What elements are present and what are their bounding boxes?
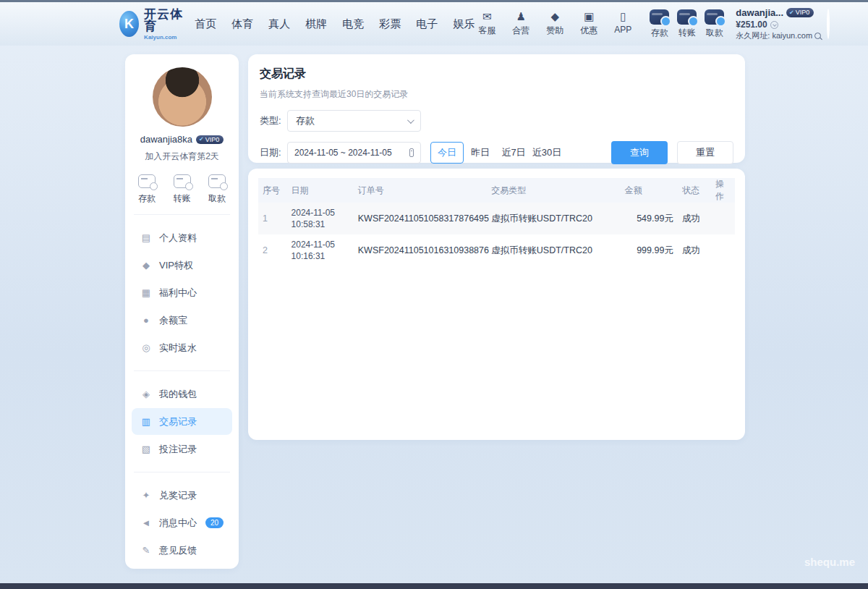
header-avatar[interactable] <box>827 9 830 39</box>
sidebar-menu-item[interactable]: ✎ 意见反馈 <box>132 537 232 564</box>
nav-item[interactable]: 电子 <box>416 17 438 31</box>
nav-item[interactable]: 首页 <box>195 17 216 31</box>
sidebar-menu-label: 兑奖记录 <box>159 489 197 502</box>
nav-item[interactable]: 娱乐 <box>453 17 475 31</box>
header-quick-item[interactable]: ▯ APP <box>610 11 635 37</box>
brand-title: 开云体育 <box>144 8 183 33</box>
sidebar-menu-item[interactable]: ▥ 交易记录 <box>132 408 232 435</box>
range-button[interactable]: 近30日 <box>530 142 563 164</box>
sidebar-menu-group-account: ▤ 个人资料 ◆ VIP特权 ▦ 福利中心 ● <box>125 224 239 361</box>
date-range-picker[interactable] <box>287 142 421 164</box>
sidebar-menu-item[interactable]: ⓘ 帮助中心 <box>132 564 232 569</box>
header-quick-label: 优惠 <box>580 25 597 37</box>
header-username[interactable]: dawanjia... <box>736 7 783 19</box>
cell-date: 2024-11-05 <box>292 207 349 219</box>
brand-logo-icon: K <box>119 11 139 37</box>
sidebar-menu-label: 意见反馈 <box>159 544 197 557</box>
header-wallet-label: 转账 <box>678 27 696 39</box>
permanent-url-label: 永久网址: <box>736 31 770 41</box>
table-row: 2 2024-11-05 10:16:31 KWSF20241105101631… <box>258 234 735 266</box>
sidebar-menu-item[interactable]: ▦ 福利中心 <box>132 279 232 306</box>
sidebar-menu-group-wallet: ◈ 我的钱包 ▥ 交易记录 ▧ 投注记录 <box>125 381 239 462</box>
sidebar-menu-label: 福利中心 <box>159 287 197 300</box>
cell-index: 1 <box>258 203 287 234</box>
date-filter-label: 日期: <box>260 146 287 159</box>
withdraw-icon <box>208 174 226 188</box>
cell-order-number: KWSF202411051016310938876 <box>354 234 488 266</box>
sidebar-menu-item[interactable]: ● 余额宝 <box>132 307 232 334</box>
query-button[interactable]: 查询 <box>611 141 668 164</box>
vip-level-label: VIP0 <box>796 9 810 17</box>
type-select-value: 存款 <box>296 114 315 127</box>
main-nav: 首页 体育 真人 棋牌 电竞 彩票 电子 娱乐 <box>195 17 475 31</box>
balance-amount: ¥251.00 <box>736 20 767 30</box>
divider <box>134 472 230 473</box>
range-button[interactable]: 近7日 <box>497 142 530 164</box>
nav-item[interactable]: 棋牌 <box>305 17 327 31</box>
search-icon[interactable] <box>814 33 821 39</box>
sidebar-menu-item[interactable]: ◈ 我的钱包 <box>132 381 232 407</box>
nav-item[interactable]: 体育 <box>231 17 253 31</box>
cell-time: 10:16:31 <box>292 250 349 262</box>
message-center-icon: ◄ <box>140 517 152 528</box>
sidebar-quick-action[interactable]: 转账 <box>174 174 191 205</box>
sidebar-menu-item[interactable]: ▧ 投注记录 <box>132 436 232 462</box>
vip-check-icon: ✔ <box>199 136 204 143</box>
betting-records-icon: ▧ <box>140 444 152 454</box>
reset-button[interactable]: 重置 <box>677 141 733 164</box>
gift-promo-icon: ▣ <box>584 11 594 22</box>
sidebar-menu-item[interactable]: ◎ 实时返水 <box>132 334 232 361</box>
sidebar-menu-item[interactable]: ◄ 消息中心 20 <box>132 509 232 536</box>
sponsor-icon: ◆ <box>551 11 560 22</box>
top-header: K 开云体育 Kaiyun.com 首页 体育 真人 棋牌 电竞 彩票 电子 <box>0 2 868 46</box>
nav-item[interactable]: 真人 <box>268 17 290 31</box>
calendar-icon[interactable] <box>409 148 414 157</box>
sidebar-quick-action[interactable]: 存款 <box>138 174 156 205</box>
permanent-url-value: kaiyun.com <box>772 31 812 41</box>
page-title: 交易记录 <box>260 67 733 82</box>
withdraw-card-icon <box>705 9 724 25</box>
sidebar-menu-label: 消息中心 <box>159 517 197 530</box>
nav-item[interactable]: 彩票 <box>379 17 401 31</box>
watermark: shequ.me <box>804 556 855 568</box>
sidebar-menu-label: 交易记录 <box>159 415 197 428</box>
filters-card: 交易记录 当前系统支持查询最近30日的交易记录 类型: 存款 日期: 今日 昨日 <box>248 54 745 163</box>
deposit-card-icon <box>650 9 669 25</box>
cell-datetime: 2024-11-05 10:58:31 <box>287 203 354 234</box>
cell-status: 成功 <box>678 234 711 266</box>
balance-dropdown-icon[interactable] <box>770 21 778 29</box>
cell-transaction-type: 虚拟币转账USDT/TRC20 <box>487 203 621 234</box>
type-select[interactable]: 存款 <box>287 110 421 132</box>
sidebar-menu-item[interactable]: ✦ 兑奖记录 <box>132 482 232 509</box>
sidebar-quick-action[interactable]: 取款 <box>208 174 226 205</box>
header-quick-item[interactable]: ▣ 优惠 <box>576 11 601 37</box>
quick-action-label: 转账 <box>174 192 191 205</box>
header-wallet-action[interactable]: 转账 <box>677 9 697 39</box>
nav-item[interactable]: 电竞 <box>342 17 364 31</box>
divider <box>134 370 230 371</box>
feedback-icon: ✎ <box>140 545 152 556</box>
chevron-down-icon <box>407 116 414 124</box>
header-quick-item[interactable]: ✉ 客服 <box>475 11 499 37</box>
unread-count-badge: 20 <box>205 517 224 528</box>
header-wallet-action[interactable]: 存款 <box>650 9 669 39</box>
header-wallet-action[interactable]: 取款 <box>705 9 724 39</box>
brand-logo[interactable]: K 开云体育 Kaiyun.com <box>119 8 183 41</box>
join-days-text: 加入开云体育第2天 <box>125 151 239 163</box>
sidebar-menu-item[interactable]: ▤ 个人资料 <box>132 224 232 251</box>
cell-operation <box>711 234 735 266</box>
balance-treasure-icon: ● <box>140 315 152 326</box>
date-range-input[interactable] <box>294 148 407 158</box>
quick-range-buttons: 今日 昨日 近7日 近30日 <box>430 142 563 164</box>
header-quick-item[interactable]: ♟ 合营 <box>509 11 533 37</box>
table-header-cell: 状态 <box>678 178 711 203</box>
profile-icon: ▤ <box>140 232 152 243</box>
page: K 开云体育 Kaiyun.com 首页 体育 真人 棋牌 电竞 彩票 电子 <box>0 0 868 589</box>
header-quick-item[interactable]: ◆ 赞助 <box>542 11 567 37</box>
table-row: 1 2024-11-05 10:58:31 KWSF20241105105831… <box>258 203 735 234</box>
transactions-table: 序号 日期 订单号 交易类型 金额 状态 操作 <box>258 178 735 266</box>
range-button[interactable]: 今日 <box>430 142 464 164</box>
range-button[interactable]: 昨日 <box>464 142 497 164</box>
sidebar-menu-item[interactable]: ◆ VIP特权 <box>132 252 232 279</box>
header-wallet-actions: 存款 转账 取款 <box>650 9 724 39</box>
